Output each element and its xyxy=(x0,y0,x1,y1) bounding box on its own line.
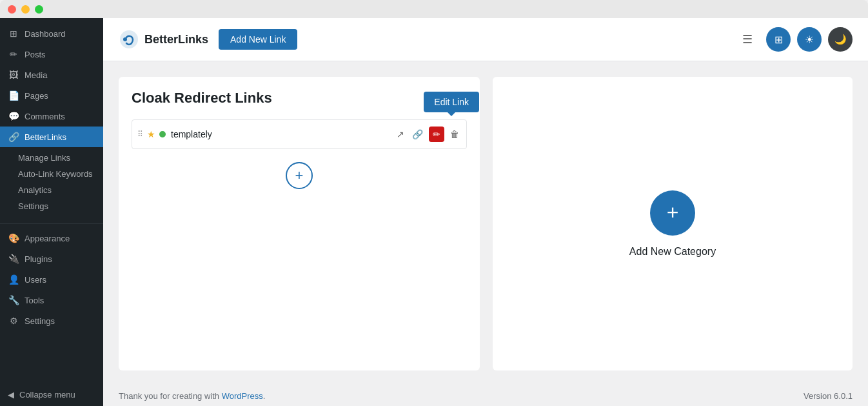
plugins-icon: 🔌 xyxy=(8,254,19,264)
sidebar-bottom: ◀ Collapse menu xyxy=(0,383,103,406)
users-icon: 👤 xyxy=(8,274,19,285)
add-category-button[interactable]: + xyxy=(650,190,695,236)
trash-icon: 🗑 xyxy=(450,129,459,139)
link-name: templately xyxy=(171,129,395,139)
close-btn[interactable] xyxy=(8,5,16,14)
moon-icon: 🌙 xyxy=(834,34,847,45)
link-row-actions: ↗ 🔗 ✏ 🗑 xyxy=(395,127,461,142)
category-card: + Add New Category xyxy=(493,77,853,370)
collapse-menu-btn[interactable]: ◀ Collapse menu xyxy=(0,383,103,406)
open-link-button[interactable]: ↗ xyxy=(395,127,406,141)
sidebar-item-label: Media xyxy=(25,70,47,80)
version-text: Version 6.0.1 xyxy=(804,391,853,401)
copy-link-icon: 🔗 xyxy=(412,129,423,139)
sidebar-item-dashboard[interactable]: ⊞ Dashboard xyxy=(0,23,103,44)
star-icon[interactable]: ★ xyxy=(147,129,155,139)
sidebar-item-plugins[interactable]: 🔌 Plugins xyxy=(0,249,103,269)
link-card: Cloak Redirect Links ⠿ ★ templately ↗ 🔗 xyxy=(119,77,480,370)
edit-link-tooltip: Edit Link xyxy=(424,92,479,112)
grid-icon: ⊞ xyxy=(774,34,783,46)
brand-name: BetterLinks xyxy=(144,33,208,46)
link-card-title: Cloak Redirect Links xyxy=(132,90,467,107)
sidebar-item-comments[interactable]: 💬 Comments xyxy=(0,106,103,127)
sidebar-item-pages[interactable]: 📄 Pages xyxy=(0,85,103,106)
category-label: Add New Category xyxy=(629,246,716,258)
settings-icon: ⚙ xyxy=(8,316,19,326)
svg-point-0 xyxy=(120,30,138,48)
dashboard-icon: ⊞ xyxy=(8,28,19,39)
pages-icon: 📄 xyxy=(8,90,19,101)
add-new-link-button[interactable]: Add New Link xyxy=(219,29,297,50)
sun-icon: ☀ xyxy=(805,34,814,46)
sidebar-item-appearance[interactable]: 🎨 Appearance xyxy=(0,228,103,249)
copy-link-button[interactable]: 🔗 xyxy=(410,127,425,141)
footer-text: Thank you for creating with WordPress. xyxy=(119,391,265,401)
footer: Thank you for creating with WordPress. V… xyxy=(103,386,868,406)
appearance-icon: 🎨 xyxy=(8,233,19,243)
sidebar-item-label: Users xyxy=(25,275,46,285)
sidebar-item-label: Dashboard xyxy=(25,29,66,39)
sidebar-item-settings[interactable]: ⚙ Settings xyxy=(0,310,103,331)
collapse-label: Collapse menu xyxy=(19,390,75,400)
delete-link-button[interactable]: 🗑 xyxy=(448,127,461,141)
sidebar-item-label: Settings xyxy=(25,316,55,326)
submenu-settings[interactable]: Settings xyxy=(0,198,103,214)
sidebar-item-label: Comments xyxy=(25,112,65,121)
submenu-auto-link[interactable]: Auto-Link Keywords xyxy=(0,166,103,182)
dark-mode-button[interactable]: 🌙 xyxy=(828,27,853,52)
sidebar: ⊞ Dashboard ✏ Posts 🖼 Media 📄 Pages 💬 Co… xyxy=(0,18,103,406)
edit-link-button[interactable]: ✏ xyxy=(429,127,444,142)
status-dot xyxy=(159,131,166,137)
sidebar-item-betterlinks[interactable]: 🔗 BetterLinks xyxy=(0,127,103,147)
light-mode-button[interactable]: ☀ xyxy=(797,27,822,52)
external-link-icon: ↗ xyxy=(397,129,404,139)
plus-icon: + xyxy=(667,201,679,225)
tools-icon: 🔧 xyxy=(8,295,19,305)
app-wrapper: ⊞ Dashboard ✏ Posts 🖼 Media 📄 Pages 💬 Co… xyxy=(0,18,868,406)
add-link-button[interactable]: + xyxy=(286,162,313,189)
collapse-icon: ◀ xyxy=(8,390,14,400)
sidebar-item-media[interactable]: 🖼 Media xyxy=(0,65,103,85)
svg-point-1 xyxy=(123,37,127,41)
sidebar-item-label: Plugins xyxy=(25,254,52,264)
maximize-btn[interactable] xyxy=(35,5,43,14)
drag-handle-icon: ⠿ xyxy=(137,130,143,139)
sidebar-item-label: Tools xyxy=(25,296,44,305)
main-content: BetterLinks Add New Link ☰ ⊞ ☀ 🌙 xyxy=(103,18,868,406)
plus-icon: + xyxy=(295,167,304,184)
sidebar-item-label: BetterLinks xyxy=(25,132,66,142)
brand-logo: BetterLinks xyxy=(119,29,208,50)
submenu-manage-links[interactable]: Manage Links xyxy=(0,150,103,166)
sidebar-item-label: Pages xyxy=(25,91,48,101)
comments-icon: 💬 xyxy=(8,111,19,121)
list-icon: ☰ xyxy=(742,32,753,46)
minimize-btn[interactable] xyxy=(21,5,30,14)
link-row: ⠿ ★ templately ↗ 🔗 ✏ xyxy=(132,119,467,149)
window-chrome xyxy=(0,0,868,18)
media-icon: 🖼 xyxy=(8,70,19,80)
betterlinks-icon: 🔗 xyxy=(8,132,19,142)
list-view-button[interactable]: ☰ xyxy=(735,27,760,52)
sidebar-item-posts[interactable]: ✏ Posts xyxy=(0,44,103,65)
topbar-left: BetterLinks Add New Link xyxy=(119,29,297,50)
topbar: BetterLinks Add New Link ☰ ⊞ ☀ 🌙 xyxy=(103,18,868,61)
grid-view-button[interactable]: ⊞ xyxy=(766,27,791,52)
sidebar-item-label: Appearance xyxy=(25,234,70,243)
edit-icon: ✏ xyxy=(433,129,440,139)
posts-icon: ✏ xyxy=(8,49,19,59)
sidebar-divider xyxy=(0,223,103,224)
wordpress-link[interactable]: WordPress xyxy=(222,391,263,401)
sidebar-item-label: Posts xyxy=(25,50,46,59)
sidebar-item-tools[interactable]: 🔧 Tools xyxy=(0,290,103,310)
topbar-right: ☰ ⊞ ☀ 🌙 xyxy=(735,27,853,52)
content-area: Cloak Redirect Links ⠿ ★ templately ↗ 🔗 xyxy=(103,61,868,386)
sidebar-item-users[interactable]: 👤 Users xyxy=(0,269,103,290)
submenu-analytics[interactable]: Analytics xyxy=(0,182,103,198)
sidebar-submenu: Manage Links Auto-Link Keywords Analytic… xyxy=(0,147,103,219)
brand-icon xyxy=(119,29,139,50)
